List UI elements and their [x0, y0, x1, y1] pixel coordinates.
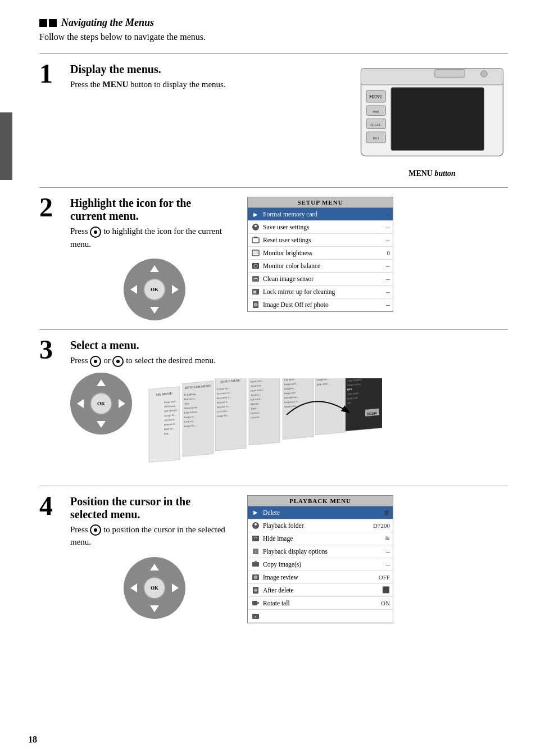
- step-3: 3 Select a menu. Press or to select the …: [39, 339, 508, 477]
- playback-row-0: ▶ Delete 🗑: [248, 506, 393, 519]
- pb-icon-4: [251, 559, 261, 569]
- menu-icon-2: [251, 235, 261, 245]
- step-2-body: Press to highlight the icon for the curr…: [70, 225, 239, 250]
- stacked-menus-image: MY MENU Image qual... JPEG qual... NEF (…: [146, 378, 382, 477]
- svg-rect-108: [255, 561, 257, 563]
- pb-label-5: Image review: [263, 574, 379, 581]
- pb-val-1: D7200: [373, 522, 390, 529]
- step-3-number: 3: [39, 336, 65, 477]
- svg-point-16: [255, 225, 257, 227]
- setup-menu-row-6: Lock mirror up for cleaning --: [248, 286, 393, 298]
- playback-row-5: Image review OFF: [248, 571, 393, 584]
- step-4-title-l2: selected menu.: [70, 508, 140, 520]
- menu-icon-3: [251, 248, 261, 258]
- pb-icon-2: [251, 533, 261, 544]
- step-2: 2 Highlight the icon for the current men…: [39, 197, 508, 320]
- playback-row-2: Hide image ≋: [248, 532, 393, 545]
- step-1-body: Press the MENU button to display the men…: [70, 78, 226, 91]
- svg-rect-12: [435, 70, 465, 78]
- pb-val-7: ON: [379, 600, 390, 606]
- setup-menu-title: SETUP MENU: [248, 197, 393, 208]
- page-number: 18: [28, 735, 37, 745]
- svg-rect-114: [257, 602, 259, 604]
- step-2-title-l1: Highlight the icon for the: [70, 197, 191, 209]
- step-1-content: Display the menus. Press the MENU button…: [70, 63, 508, 178]
- setup-menu-row-5: Clean image sensor --: [248, 273, 393, 286]
- setup-row-val-4: --: [379, 262, 390, 269]
- svg-text:OFF: OFF: [347, 388, 352, 391]
- pb-label-2: Hide image: [263, 535, 379, 542]
- pb-icon-0: ▶: [251, 508, 261, 518]
- playback-row-7: Rotate tall ON: [248, 597, 393, 610]
- svg-point-27: [254, 303, 257, 306]
- svg-text:QUAL: QUAL: [370, 123, 381, 126]
- step-1: 1 Display the menus. Press the MENU butt…: [39, 63, 508, 178]
- svg-text:ISO: ISO: [373, 136, 379, 140]
- setup-row-val-3: 0: [379, 250, 390, 256]
- divider-1: [39, 53, 508, 54]
- pb-val-4: --: [379, 561, 390, 568]
- playback-row-6: After delete ⬛: [248, 584, 393, 597]
- pb-val-2: ≋: [379, 535, 390, 542]
- menu-icon-4: [251, 261, 261, 271]
- setup-row-label-0: Format memory card: [263, 211, 379, 218]
- section-header: Navigating the Menus: [39, 17, 508, 29]
- multi-selector-icon-2: [90, 227, 101, 238]
- setup-row-label-4: Monitor color balance: [263, 262, 379, 269]
- step-4-content: Position the cursor in the selected menu…: [70, 495, 508, 623]
- svg-text:ON: ON: [347, 401, 351, 405]
- menu-word-caption: MENU: [408, 169, 433, 178]
- svg-rect-2: [391, 88, 484, 151]
- svg-rect-17: [252, 238, 259, 243]
- svg-rect-20: [253, 252, 258, 254]
- svg-point-31: [116, 360, 120, 363]
- setup-row-label-1: Save user settings: [263, 224, 379, 230]
- step-2-content: Highlight the icon for the current menu.…: [70, 197, 508, 320]
- svg-rect-107: [252, 562, 259, 567]
- menu-icon-5: [251, 274, 261, 284]
- multi-selector-icon-3a: [90, 356, 101, 367]
- multi-selector-icon-4: [90, 524, 101, 536]
- step-2-number: 2: [39, 194, 65, 320]
- setup-row-label-6: Lock mirror up for cleaning: [263, 288, 379, 295]
- pb-icon-6: [251, 585, 261, 595]
- menu-icon-7: [251, 300, 261, 310]
- pb-icon-1: [251, 520, 261, 531]
- playback-row-1: Playback folder D7200: [248, 519, 393, 532]
- setup-row-val-6: --: [379, 288, 390, 295]
- pb-label-1: Playback folder: [263, 522, 373, 529]
- menu-button-caption: MENU button: [356, 169, 508, 178]
- setup-row-val-2: --: [379, 237, 390, 243]
- playback-menu-title: PLAYBACK MENU: [248, 496, 393, 506]
- setup-menu-row-1: Save user settings --: [248, 221, 393, 234]
- svg-point-112: [254, 588, 257, 592]
- setup-menu-row-0: ▶ Format memory card --: [248, 208, 393, 221]
- svg-rect-82: [315, 378, 346, 435]
- step-3-body: Press or to select the desired menu.: [70, 354, 508, 367]
- pb-icon-8: R: [251, 611, 261, 621]
- setup-row-val-5: --: [379, 275, 390, 282]
- page: Navigating the Menus Follow the steps be…: [0, 0, 536, 756]
- dpad-step4: OK: [124, 557, 185, 619]
- svg-point-14: [94, 230, 97, 234]
- setup-row-val-0: --: [379, 211, 390, 218]
- step-3-content: Select a menu. Press or to select the de…: [70, 339, 508, 477]
- setup-row-label-3: Monitor brightness: [263, 250, 379, 256]
- setup-menu-row-2: Reset user settings --: [248, 234, 393, 247]
- setup-menu-row-3: Monitor brightness 0: [248, 247, 393, 260]
- step-3-title: Select a menu.: [70, 339, 508, 352]
- pb-label-3: Playback display options: [263, 548, 379, 555]
- setup-menu-row-7: Image Dust Off ref photo --: [248, 298, 393, 311]
- svg-point-110: [254, 576, 257, 579]
- section-subtitle: Follow the steps below to navigate the m…: [39, 32, 508, 42]
- svg-point-29: [94, 360, 97, 363]
- pb-val-3: --: [379, 548, 390, 555]
- divider-4: [39, 486, 508, 486]
- playback-menu-screenshot: PLAYBACK MENU ▶ Delete 🗑 Playback folder…: [247, 495, 393, 623]
- step-1-number: 1: [39, 60, 65, 178]
- svg-rect-42: [183, 381, 214, 456]
- step-4-number: 4: [39, 492, 65, 623]
- svg-text:Trim: Trim: [184, 402, 189, 405]
- button-italic: button: [434, 169, 455, 178]
- pb-icon-7: [251, 598, 261, 608]
